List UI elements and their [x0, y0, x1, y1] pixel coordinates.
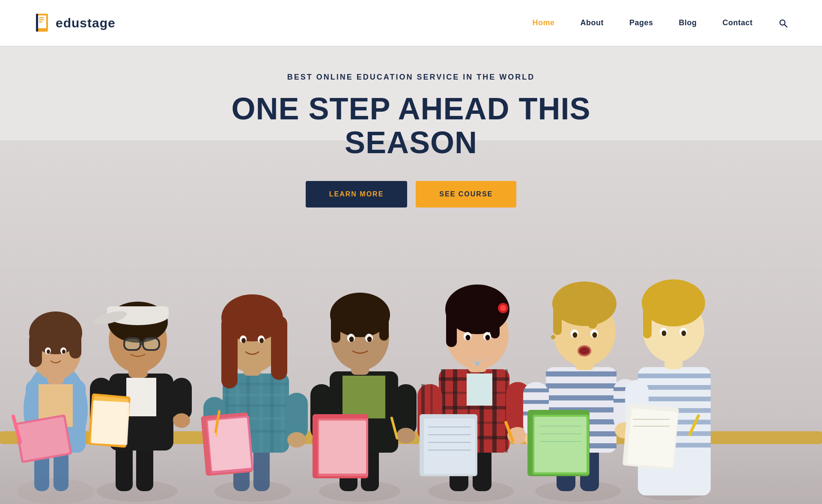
- svg-rect-5: [39, 21, 42, 23]
- hero-content: BEST ONLINE EDUCATION SERVICE IN THE WOR…: [218, 73, 604, 208]
- svg-rect-161: [523, 388, 549, 392]
- svg-point-78: [241, 338, 246, 343]
- logo[interactable]: edustage: [34, 13, 116, 33]
- hero-buttons: LEARN MORE SEE COURSE: [218, 181, 604, 208]
- nav-home[interactable]: Home: [532, 18, 554, 27]
- svg-point-107: [428, 480, 514, 502]
- main-nav: Home About Pages Blog Contact: [532, 18, 788, 28]
- svg-rect-21: [69, 333, 81, 359]
- svg-rect-48: [144, 339, 158, 349]
- svg-point-138: [466, 335, 471, 341]
- svg-point-24: [47, 350, 50, 354]
- svg-rect-74: [221, 316, 238, 388]
- svg-rect-89: [342, 376, 385, 418]
- see-course-button[interactable]: SEE COURSE: [416, 181, 516, 208]
- svg-point-205: [662, 331, 667, 336]
- svg-rect-154: [546, 395, 616, 400]
- hero-title: ONE STEP AHEAD THIS SEASON: [218, 92, 604, 160]
- svg-rect-153: [546, 383, 616, 388]
- hero-section: edustage Home About Pages Blog Contact: [0, 0, 822, 504]
- svg-point-173: [584, 290, 602, 305]
- svg-rect-105: [319, 421, 366, 474]
- svg-rect-201: [643, 302, 652, 338]
- svg-rect-4: [39, 19, 44, 21]
- svg-rect-20: [29, 333, 42, 367]
- svg-point-93: [396, 428, 415, 443]
- hero-subtitle: BEST ONLINE EDUCATION SERVICE IN THE WOR…: [218, 73, 604, 82]
- svg-point-179: [579, 347, 590, 355]
- svg-rect-190: [638, 385, 711, 390]
- svg-point-170: [552, 282, 616, 326]
- logo-text: edustage: [56, 16, 116, 30]
- svg-point-25: [62, 350, 66, 354]
- svg-rect-82: [208, 418, 251, 471]
- svg-point-70: [287, 432, 306, 448]
- svg-rect-171: [553, 303, 562, 335]
- svg-rect-2: [36, 14, 38, 32]
- nav-blog[interactable]: Blog: [679, 18, 697, 27]
- nav-pages[interactable]: Pages: [629, 18, 653, 27]
- svg-point-85: [319, 480, 400, 502]
- svg-point-37: [173, 413, 190, 428]
- svg-rect-191: [638, 397, 711, 401]
- svg-point-180: [551, 335, 555, 339]
- svg-line-7: [784, 24, 787, 27]
- svg-rect-189: [638, 374, 711, 378]
- svg-point-148: [535, 480, 621, 502]
- svg-point-176: [573, 332, 578, 338]
- svg-rect-33: [126, 378, 156, 416]
- svg-rect-75: [271, 316, 287, 380]
- logo-icon: [34, 13, 51, 33]
- svg-point-177: [593, 332, 597, 338]
- svg-rect-152: [546, 371, 616, 377]
- svg-rect-183: [534, 417, 587, 472]
- svg-point-206: [682, 331, 686, 336]
- svg-rect-133: [490, 306, 500, 338]
- svg-rect-208: [627, 408, 678, 468]
- svg-point-139: [485, 335, 490, 341]
- header: edustage Home About Pages Blog Contact: [0, 0, 822, 46]
- svg-point-140: [476, 362, 479, 365]
- svg-rect-162: [523, 400, 549, 404]
- svg-point-79: [259, 338, 264, 343]
- nav-about[interactable]: About: [580, 18, 603, 27]
- svg-rect-98: [379, 315, 389, 341]
- svg-point-202: [685, 291, 702, 305]
- search-icon[interactable]: [778, 18, 788, 28]
- svg-rect-97: [331, 315, 340, 343]
- svg-point-52: [214, 480, 291, 502]
- svg-rect-51: [91, 400, 129, 445]
- svg-point-101: [349, 337, 354, 342]
- nav-contact[interactable]: Contact: [723, 18, 753, 27]
- svg-point-135: [500, 305, 506, 311]
- learn-more-button[interactable]: LEARN MORE: [306, 181, 408, 208]
- svg-point-102: [367, 337, 372, 342]
- svg-rect-122: [467, 374, 492, 406]
- svg-rect-132: [446, 308, 457, 347]
- svg-rect-47: [125, 339, 140, 349]
- svg-rect-3: [39, 17, 44, 18]
